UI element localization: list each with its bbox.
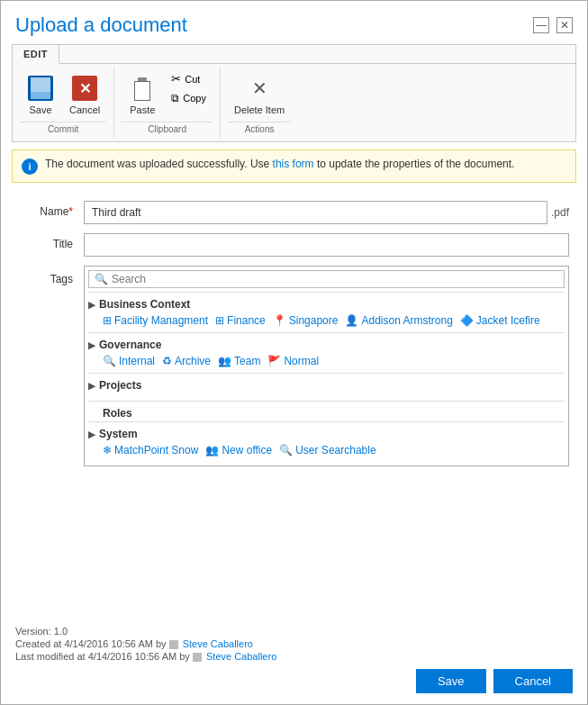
cancel-footer-button[interactable]: Cancel	[493, 669, 573, 693]
delete-icon-graphic: ✕	[247, 76, 272, 101]
business-context-items: ⊞ Facility Managment ⊞ Finance 📍 Singapo…	[88, 314, 565, 327]
roles-label: Roles	[88, 407, 565, 420]
tag-jacket-label: Jacket Icefire	[476, 314, 540, 327]
tag-group-governance: ▶ Governance 🔍 Internal ♻ Archive	[88, 332, 565, 373]
system-label: System	[99, 428, 138, 440]
ribbon-tabs: EDIT	[13, 45, 575, 64]
title-input[interactable]	[84, 233, 569, 257]
chevron-icon: ▶	[88, 300, 95, 310]
tag-group-business-context: ▶ Business Context ⊞ Facility Managment …	[88, 292, 565, 332]
form-area: Name* .pdf Title Tags 🔍	[1, 190, 587, 615]
paste-inner	[134, 81, 150, 101]
delete-label: Delete Item	[234, 104, 285, 115]
tag-group-projects: ▶ Projects	[88, 373, 565, 401]
governance-items: 🔍 Internal ♻ Archive 👥 Team 🚩	[88, 355, 565, 367]
tag-team-label: Team	[234, 355, 260, 367]
scissors-icon: ✂	[171, 72, 181, 86]
name-input-wrap: .pdf	[84, 201, 569, 224]
tag-addison-label: Addison Armstrong	[361, 314, 452, 327]
ribbon-group-commit: Save ✕ Cancel Commit	[13, 68, 114, 138]
info-icon: i	[22, 158, 38, 175]
pin-icon: 📍	[273, 314, 286, 327]
actions-buttons: ✕ Delete Item	[228, 69, 291, 120]
tag-singapore[interactable]: 📍 Singapore	[273, 314, 339, 327]
tag-matchpoint-label: MatchPoint Snow	[114, 444, 198, 456]
paste-button[interactable]: Paste	[122, 69, 163, 120]
ribbon-group-actions: ✕ Delete Item Actions	[221, 68, 298, 138]
tag-user-searchable[interactable]: 🔍 User Searchable	[279, 444, 375, 456]
search2-icon: 🔍	[279, 444, 293, 456]
cancel-ribbon-button[interactable]: ✕ Cancel	[63, 69, 106, 120]
dialog-footer: Version: 1.0 Created at 4/14/2016 10:56 …	[1, 615, 587, 704]
close-button[interactable]: ✕	[556, 17, 573, 33]
system-items: ❄ MatchPoint Snow 👥 New office 🔍 User Se…	[88, 444, 565, 456]
tag-internal[interactable]: 🔍 Internal	[103, 355, 155, 367]
save-ribbon-button[interactable]: Save	[20, 69, 61, 120]
cut-button[interactable]: ✂ Cut	[165, 69, 213, 88]
system-header[interactable]: ▶ System	[88, 428, 565, 440]
title-row: Title	[19, 233, 569, 257]
search-icon: 🔍	[95, 273, 108, 285]
minimize-button[interactable]: —	[533, 17, 549, 33]
business-context-header[interactable]: ▶ Business Context	[88, 298, 565, 311]
copy-icon: ⧉	[171, 92, 179, 104]
dialog-title: Upload a document	[15, 14, 187, 37]
modified-user-icon	[193, 653, 202, 662]
tag-new-office[interactable]: 👥 New office	[205, 444, 272, 456]
tags-search-wrap: 🔍	[88, 270, 565, 288]
roles-row: Roles	[88, 401, 565, 421]
tag-group-system: ▶ System ❄ MatchPoint Snow 👥 New office	[88, 421, 565, 462]
tag-addison-armstrong[interactable]: 👤 Addison Armstrong	[345, 314, 452, 327]
save-ribbon-label: Save	[29, 104, 51, 115]
tag-normal-label: Normal	[284, 355, 319, 367]
paste-icon-graphic	[130, 76, 155, 101]
tag-archive[interactable]: ♻ Archive	[162, 355, 211, 367]
name-input[interactable]	[84, 201, 547, 224]
banner-link[interactable]: this form	[273, 158, 314, 170]
file-extension: .pdf	[551, 206, 569, 219]
tag-finance-label: Finance	[227, 314, 266, 327]
tag-jacket-icefire[interactable]: 🔷 Jacket Icefire	[460, 314, 540, 327]
copy-button[interactable]: ⧉ Copy	[165, 89, 213, 107]
title-controls: — ✕	[533, 17, 573, 33]
tag-team[interactable]: 👥 Team	[218, 355, 260, 367]
tag-singapore-label: Singapore	[289, 314, 339, 327]
name-label: Name*	[19, 201, 73, 218]
search-small-icon: 🔍	[103, 355, 116, 367]
tag-user-searchable-label: User Searchable	[295, 444, 375, 456]
tag-finance[interactable]: ⊞ Finance	[215, 314, 266, 327]
tag-facility-management[interactable]: ⊞ Facility Managment	[103, 314, 208, 327]
banner-text-post: to update the properties of the document…	[314, 158, 515, 170]
info-text: The document was uploaded successfully. …	[45, 158, 514, 170]
snowflake-icon: ❄	[103, 444, 112, 456]
upload-document-dialog: Upload a document — ✕ EDIT	[0, 0, 588, 705]
projects-header[interactable]: ▶ Projects	[88, 379, 565, 392]
governance-header[interactable]: ▶ Governance	[88, 339, 565, 351]
grid-icon-2: ⊞	[215, 314, 224, 327]
modified-user-link[interactable]: Steve Caballero	[206, 651, 276, 662]
copy-label: Copy	[183, 93, 206, 104]
paste-icon	[128, 74, 157, 103]
commit-buttons: Save ✕ Cancel	[20, 69, 106, 120]
ribbon-group-clipboard: Paste ✂ Cut ⧉ Copy Clipboard	[114, 68, 221, 138]
tab-edit[interactable]: EDIT	[13, 45, 59, 64]
name-required: *	[68, 205, 73, 218]
people-icon: 👥	[218, 355, 231, 367]
clipboard-group-label: Clipboard	[122, 122, 213, 136]
ribbon-body: Save ✕ Cancel Commit	[13, 64, 575, 141]
delete-icon: ✕	[245, 74, 274, 103]
created-user-icon	[169, 640, 178, 649]
save-icon	[26, 74, 55, 103]
save-button[interactable]: Save	[416, 669, 486, 693]
tags-search-input[interactable]	[112, 273, 558, 285]
cut-label: Cut	[185, 74, 200, 85]
title-label: Title	[19, 233, 73, 250]
delete-button[interactable]: ✕ Delete Item	[228, 69, 291, 120]
tag-matchpoint-snow[interactable]: ❄ MatchPoint Snow	[103, 444, 198, 456]
tag-normal[interactable]: 🚩 Normal	[267, 355, 319, 367]
info-banner: i The document was uploaded successfully…	[12, 149, 576, 183]
created-user-link[interactable]: Steve Caballero	[183, 638, 253, 649]
flag-icon: 🚩	[267, 355, 281, 367]
tags-container: 🔍 ▶ Business Context ⊞ Facility Managmen…	[84, 266, 569, 466]
chevron-icon-4: ▶	[88, 429, 95, 439]
